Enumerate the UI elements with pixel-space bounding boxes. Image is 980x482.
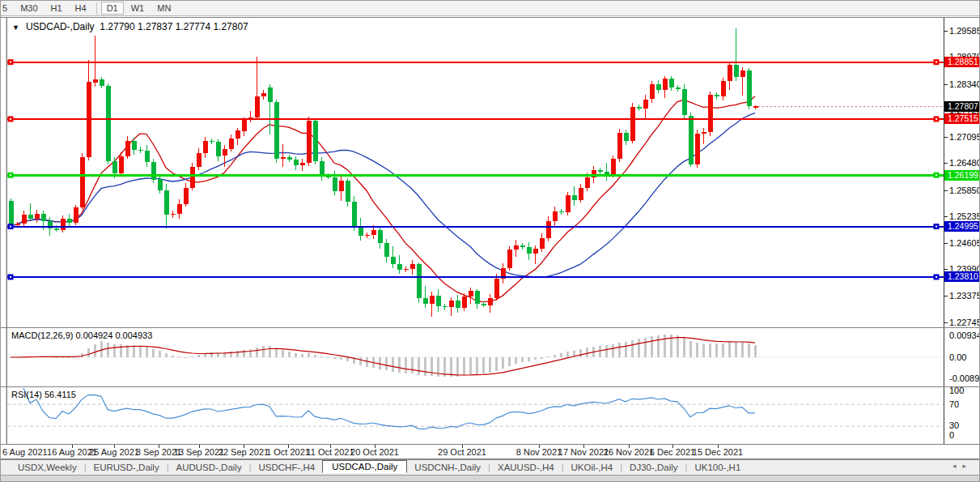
- ma-slow-line: [11, 113, 755, 277]
- macd-histogram-bar: [554, 355, 556, 357]
- macd-histogram-bar: [197, 355, 200, 357]
- tab-usdcad-daily[interactable]: USDCAD-,Daily: [322, 460, 407, 473]
- macd-histogram-bar: [191, 356, 193, 357]
- macd-histogram-bar: [528, 357, 530, 361]
- timeframe-button-w1[interactable]: W1: [125, 2, 151, 14]
- tab-scroll-right-icon[interactable]: ▸: [962, 462, 973, 470]
- rsi-axis-label: 30: [949, 420, 959, 430]
- macd-histogram-bar: [139, 346, 142, 357]
- price-tick-dash: [944, 322, 948, 323]
- candle-body: [728, 65, 732, 81]
- date-tick-label: 26 Nov 2021: [604, 447, 654, 457]
- price-tick-label: 1.25850: [949, 186, 980, 195]
- candle-body: [333, 177, 337, 191]
- candle-body: [54, 228, 59, 230]
- candle-body: [514, 245, 519, 250]
- candle-body: [74, 207, 78, 224]
- tab-usdcnh-daily[interactable]: USDCNH-,Daily: [407, 462, 488, 473]
- candle-body: [28, 215, 33, 219]
- macd-histogram-bar: [366, 357, 368, 367]
- candle-body: [346, 181, 350, 202]
- panel-border: [1, 444, 980, 445]
- panel-border: [1, 17, 980, 18]
- tab-xauusd-h4[interactable]: XAUUSD-,H4: [490, 462, 562, 473]
- hline-price-badge: 1.28851: [944, 57, 980, 67]
- candle-body: [164, 190, 169, 215]
- macd-histogram-bar: [256, 348, 258, 357]
- candle-body: [80, 157, 85, 207]
- candle-body: [650, 84, 655, 100]
- candle-body: [112, 161, 117, 173]
- candle-body: [689, 116, 694, 164]
- macd-histogram-bar: [547, 356, 549, 357]
- tab-uk100-h1[interactable]: UK100-,H1: [687, 462, 748, 473]
- tab-dj30-daily[interactable]: DJ30-,Daily: [622, 462, 685, 473]
- macd-histogram-bar: [476, 357, 478, 374]
- candle-body: [61, 219, 66, 230]
- tab-audusd-daily[interactable]: AUDUSD-,Daily: [169, 462, 249, 473]
- timeframe-button-m30[interactable]: M30: [15, 2, 43, 14]
- macd-histogram-bar: [249, 349, 252, 357]
- main-chart-plot[interactable]: [7, 18, 944, 327]
- macd-histogram-bar: [379, 357, 381, 369]
- price-tick-dash: [944, 163, 948, 164]
- rsi-axis-label: 70: [949, 399, 959, 409]
- macd-histogram-bar: [566, 352, 569, 357]
- macd-histogram-bar: [282, 350, 284, 357]
- candle-body: [261, 93, 266, 96]
- price-tick-dash: [944, 296, 948, 296]
- candle-body: [223, 149, 227, 156]
- line-handle-dot: [10, 276, 11, 278]
- tab-usdchf-h4[interactable]: USDCHF-,H4: [252, 462, 323, 473]
- macd-histogram-bar: [741, 342, 744, 357]
- macd-histogram-bar: [269, 346, 271, 357]
- tab-usdx-weekly[interactable]: USDX,Weekly: [11, 462, 84, 473]
- timeframe-button-5[interactable]: 5: [1, 2, 13, 14]
- date-tick-label: 8 Nov 2021: [516, 447, 562, 457]
- candle-body: [320, 161, 325, 176]
- macd-histogram-bar: [495, 357, 498, 371]
- hline-price-badge: 1.26199: [944, 170, 980, 181]
- timeframe-button-h4[interactable]: H4: [70, 2, 92, 14]
- candle-body: [410, 264, 415, 269]
- macd-histogram-bar: [308, 353, 310, 357]
- candle-body: [482, 304, 486, 305]
- tab-scroll-left-icon[interactable]: ◂: [952, 462, 963, 470]
- candle-body: [624, 133, 629, 142]
- candle-body: [145, 151, 150, 163]
- price-tick-dash: [944, 216, 948, 217]
- tab-eurusd-daily[interactable]: EURUSD-,Daily: [87, 462, 167, 473]
- price-tick-dash: [944, 84, 948, 85]
- tab-scroll-arrows: ◂▸: [952, 462, 973, 470]
- line-handle-dot: [10, 118, 11, 120]
- line-handle-dot: [10, 226, 11, 228]
- candle-body: [93, 79, 98, 83]
- date-tick-dash: [462, 445, 463, 448]
- macd-histogram-bar: [87, 348, 90, 357]
- timeframe-button-h1[interactable]: H1: [45, 2, 68, 14]
- timeframe-button-mn[interactable]: MN: [151, 2, 176, 14]
- candle-body: [397, 264, 402, 270]
- candle-body: [702, 132, 706, 134]
- macd-histogram-bar: [599, 346, 601, 358]
- price-tick-label: 1.29585: [949, 26, 980, 36]
- candle-body: [171, 214, 176, 215]
- date-tick-dash: [718, 445, 719, 448]
- price-tick-dash: [944, 31, 948, 32]
- hline-price-badge: 1.24995: [944, 221, 980, 232]
- macd-histogram-bar: [560, 353, 562, 357]
- candle-body: [533, 249, 538, 254]
- candle-body: [281, 157, 286, 159]
- hline-price-badge: 1.23810: [944, 271, 980, 282]
- candle-body: [637, 107, 642, 109]
- panel-border: [1, 327, 980, 328]
- candle-body: [378, 230, 383, 244]
- candle-body: [740, 70, 745, 77]
- rsi-panel-plot[interactable]: [7, 387, 944, 444]
- line-handle-dot: [935, 62, 937, 63]
- candle-body: [721, 81, 726, 96]
- tab-ukoil-h4[interactable]: UKOil-,H4: [563, 462, 620, 473]
- candle-body: [184, 188, 189, 204]
- timeframe-button-d1[interactable]: D1: [101, 2, 124, 15]
- macd-histogram-bar: [534, 357, 537, 360]
